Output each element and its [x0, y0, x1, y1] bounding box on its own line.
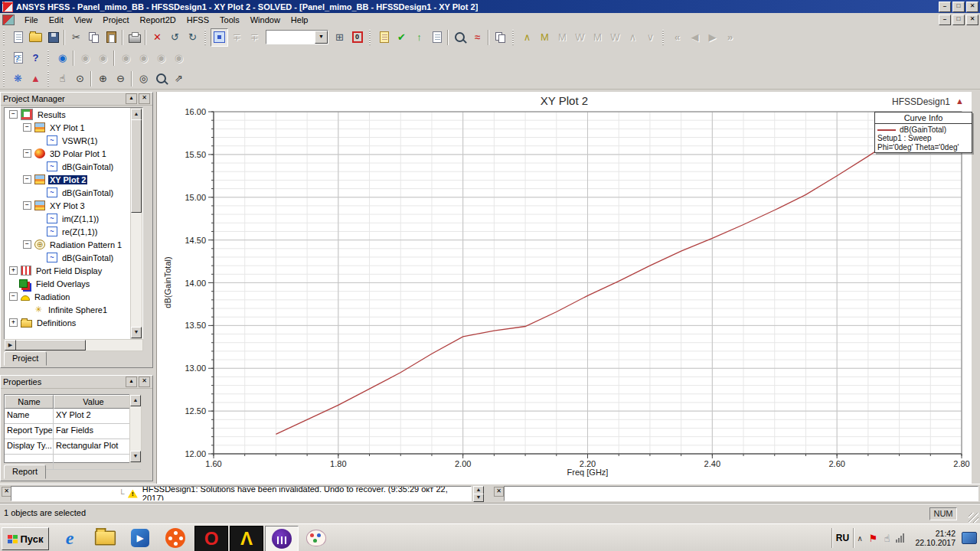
property-value[interactable]: Rectangular Plot [54, 439, 133, 454]
minimize-button[interactable]: – [939, 2, 951, 12]
marker-m1-button[interactable]: M [554, 28, 571, 47]
prev-frame-button[interactable]: ◀ [686, 28, 704, 47]
tree-item-infinite-sphere1[interactable]: Infinite Sphere1 [47, 305, 109, 315]
toolbar-grip[interactable] [46, 71, 52, 86]
collapse-icon[interactable]: − [9, 110, 18, 119]
menu-report2d[interactable]: Report2D [135, 14, 181, 26]
collapse-icon[interactable]: − [9, 292, 18, 301]
zero-order-button[interactable]: 0 [348, 28, 366, 47]
copy-button[interactable] [85, 28, 103, 47]
print-button[interactable] [126, 28, 143, 47]
tree-item-db-gaintotal-[interactable]: dB(GainTotal) [60, 253, 115, 262]
taskbar-opera-icon[interactable]: O [194, 526, 228, 551]
clock[interactable]: 21:42 22.10.2017 [915, 529, 956, 547]
paste-special-button[interactable] [492, 28, 509, 47]
network-signal-icon[interactable] [896, 533, 906, 543]
solve-setup-button[interactable] [211, 28, 228, 47]
cut-button[interactable]: ✂ [67, 28, 85, 47]
spin-down-icon[interactable]: ▼ [473, 494, 484, 502]
tree-item-im-z-1-1-[interactable]: im(Z(1,1)) [60, 214, 100, 223]
delete-button[interactable]: ✕ [149, 28, 166, 47]
language-indicator[interactable]: RU [833, 533, 853, 543]
model-display-button[interactable]: ❋ [9, 70, 27, 88]
max-marker-button[interactable]: M [536, 28, 554, 47]
rotate-button[interactable]: ⊙ [71, 70, 89, 88]
scroll-down-icon[interactable]: ▼ [131, 327, 142, 338]
taskbar-internet-explorer-icon[interactable]: e [54, 526, 86, 550]
taskbar-movie-reel-icon[interactable] [159, 526, 191, 550]
show-selection-button[interactable]: ◉ [94, 49, 112, 67]
property-value[interactable]: Far Fields [54, 424, 133, 439]
undo-button[interactable]: ↺ [166, 28, 184, 47]
marker-up-button[interactable]: ∧ [624, 28, 642, 47]
update-icon[interactable]: ☝ [884, 533, 890, 544]
column-name[interactable]: Name [5, 395, 54, 409]
collapse-icon[interactable]: − [23, 240, 31, 249]
hide-selection-button[interactable]: ◉ [77, 49, 94, 67]
visibility-option-button-1[interactable]: ◉ [117, 49, 135, 67]
tree-item-radiation-pattern-1[interactable]: Radiation Pattern 1 [48, 240, 123, 249]
collapse-icon[interactable]: − [23, 175, 31, 184]
context-help-button[interactable]: ? [27, 49, 44, 67]
tray-chevron-icon[interactable]: ∧ [858, 534, 863, 543]
tree-item-db-gaintotal-[interactable]: dB(GainTotal) [60, 162, 115, 171]
open-file-button[interactable] [27, 28, 44, 47]
toolbar-grip[interactable] [368, 30, 374, 45]
solution-data-button[interactable] [428, 28, 446, 47]
visibility-option-button-2[interactable]: ◉ [135, 49, 152, 67]
scroll-thumb[interactable] [15, 340, 86, 350]
expand-icon[interactable]: + [9, 266, 18, 275]
resize-grip[interactable] [969, 513, 978, 523]
tree-item-re-z-1-1-[interactable]: re(Z(1,1)) [60, 227, 99, 236]
property-value[interactable] [54, 455, 133, 469]
menu-help[interactable]: Help [286, 14, 314, 26]
taskbar-ansys-launcher-icon[interactable]: Λ [230, 526, 263, 551]
port-display-button-2[interactable]: ∓ [246, 28, 263, 47]
combobox-dropdown-icon[interactable]: ▼ [315, 31, 328, 44]
child-restore-button[interactable]: □ [952, 15, 965, 25]
scroll-right-icon[interactable]: ▶ [5, 340, 16, 350]
fit-selection-button[interactable] [152, 70, 170, 88]
scroll-thumb[interactable] [131, 119, 142, 213]
show-visibility-button[interactable]: ◉ [54, 49, 71, 67]
marker-w1-button[interactable]: W [571, 28, 589, 47]
tree-item-field-overlays[interactable]: Field Overlays [34, 279, 91, 289]
material-combobox[interactable]: ▼ [266, 30, 328, 44]
menu-view[interactable]: View [69, 14, 98, 26]
tree-item-results[interactable]: Results [36, 110, 67, 119]
menu-project[interactable]: Project [97, 14, 134, 26]
save-button[interactable] [44, 28, 62, 47]
tab-project[interactable]: Project [4, 351, 47, 366]
taskbar-paint-icon[interactable] [300, 526, 332, 550]
profile-button[interactable] [375, 28, 393, 47]
menu-tools[interactable]: Tools [214, 14, 245, 26]
peak-marker-button[interactable]: ∧ [518, 28, 536, 47]
new-file-button[interactable] [9, 28, 27, 47]
show-desktop-icon[interactable] [962, 532, 977, 544]
tree-item-xy-plot-2[interactable]: XY Plot 2 [48, 175, 87, 184]
tree-item-radiation[interactable]: Radiation [33, 292, 71, 302]
taskbar-media-player-icon[interactable]: ▶ [124, 526, 156, 550]
menu-hfss[interactable]: HFSS [181, 14, 214, 26]
fit-all-button[interactable]: ◎ [135, 70, 152, 88]
last-frame-button[interactable]: » [721, 28, 739, 47]
toolbar-grip[interactable] [661, 30, 667, 45]
tree-item-xy-plot-1[interactable]: XY Plot 1 [48, 123, 87, 132]
next-frame-button[interactable]: ▶ [704, 28, 721, 47]
collapse-icon[interactable]: − [23, 201, 31, 210]
collapse-icon[interactable]: ▴ [126, 93, 137, 104]
menu-window[interactable]: Window [245, 14, 286, 26]
tree-item-vswr-1-[interactable]: VSWR(1) [60, 136, 99, 145]
menu-file[interactable]: File [19, 14, 44, 26]
taskbar-hfss-icon[interactable] [265, 526, 299, 551]
toolbar-grip[interactable] [511, 30, 517, 45]
orient-view-button[interactable]: ⇗ [170, 70, 188, 88]
port-display-button-1[interactable]: ∓ [228, 28, 246, 47]
zoom-out-button[interactable]: ⊖ [112, 70, 129, 88]
menu-edit[interactable]: Edit [44, 14, 69, 26]
analyze-all-button[interactable]: ↑ [410, 28, 428, 47]
toolbar-grip[interactable] [2, 30, 8, 45]
collapse-icon[interactable]: − [23, 123, 31, 132]
taskbar-file-explorer-icon[interactable] [89, 526, 121, 550]
tree-item-3d-polar-plot-1[interactable]: 3D Polar Plot 1 [48, 149, 108, 158]
